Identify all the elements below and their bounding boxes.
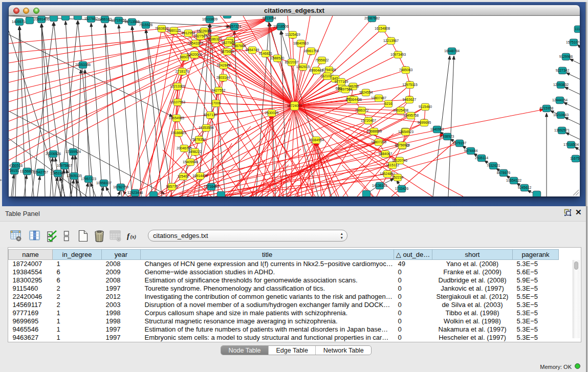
svg-text:10654122: 10654122 [506,179,521,182]
svg-text:20087682: 20087682 [364,16,380,20]
svg-text:9245612: 9245612 [518,186,532,189]
svg-text:16107553: 16107553 [170,100,185,104]
svg-text:10688609: 10688609 [366,129,382,133]
svg-text:9129966: 9129966 [559,55,573,58]
svg-text:8454749: 8454749 [246,48,259,52]
svg-text:6466160: 6466160 [98,17,112,21]
svg-text:7986372: 7986372 [355,108,369,112]
svg-text:11353594: 11353594 [199,126,214,129]
svg-text:1640953: 1640953 [430,127,444,131]
svg-text:8478676: 8478676 [497,171,511,174]
svg-text:12093832: 12093832 [553,83,569,86]
svg-text:15226058: 15226058 [197,29,212,33]
svg-text:7357224: 7357224 [228,25,242,28]
svg-text:9242848: 9242848 [217,63,231,67]
svg-text:(x): (x) [130,234,137,240]
svg-text:12505135: 12505135 [67,174,82,178]
svg-text:3498222: 3498222 [188,150,202,154]
svg-text:8186323: 8186323 [208,37,222,41]
svg-text:10975867: 10975867 [57,164,72,167]
svg-text:6794028: 6794028 [322,68,336,72]
svg-text:16782759: 16782759 [113,185,128,189]
svg-text:11325419: 11325419 [285,33,300,36]
svg-text:8938923: 8938923 [441,135,454,138]
svg-text:8912954: 8912954 [182,31,195,35]
svg-text:16210643: 16210643 [553,113,569,117]
svg-text:13654923: 13654923 [398,130,413,134]
svg-text:10958107: 10958107 [96,181,112,185]
svg-text:8215958: 8215958 [540,106,554,110]
svg-text:9463627: 9463627 [403,98,417,101]
svg-text:1733426: 1733426 [395,187,409,190]
svg-text:10756928: 10756928 [395,143,410,147]
svg-text:12923448: 12923448 [127,191,143,194]
svg-text:16961758: 16961758 [303,49,319,53]
svg-text:15716485: 15716485 [204,185,219,188]
svg-text:20691406: 20691406 [34,17,49,21]
svg-text:9227342: 9227342 [556,69,570,72]
svg-text:9474444: 9474444 [464,149,478,152]
svg-text:7955822: 7955822 [315,58,329,62]
svg-text:12942757: 12942757 [33,170,48,174]
svg-text:1112: 1112 [575,27,580,31]
svg-text:12444154: 12444154 [552,98,568,102]
svg-text:6679197: 6679197 [453,141,467,145]
svg-text:9777169: 9777169 [335,80,349,83]
svg-text:14055714: 14055714 [12,20,27,24]
svg-text:9884067: 9884067 [379,152,393,156]
svg-text:16914479: 16914479 [192,174,208,178]
svg-text:8267130: 8267130 [204,113,217,117]
svg-text:39151: 39151 [10,169,19,172]
svg-text:2718176: 2718176 [176,70,189,73]
svg-text:20364436: 20364436 [346,98,362,101]
svg-text:2935114: 2935114 [475,156,488,160]
svg-text:19654985: 19654985 [169,116,184,120]
svg-text:116753: 116753 [570,157,580,160]
svg-text:18640910: 18640910 [293,41,309,45]
svg-text:7663822: 7663822 [155,27,169,30]
svg-text:9146821: 9146821 [259,52,273,55]
svg-text:17957223: 17957223 [81,177,96,181]
svg-text:7515526: 7515526 [139,23,153,27]
svg-text:8660125: 8660125 [167,29,181,32]
svg-text:10025438: 10025438 [393,108,408,112]
svg-text:10973493: 10973493 [390,53,406,56]
svg-text:11451947: 11451947 [50,171,66,175]
svg-text:22420046: 22420046 [187,53,202,56]
svg-text:15720407: 15720407 [361,119,376,122]
svg-text:18807249: 18807249 [371,140,386,144]
svg-text:9327505: 9327505 [194,34,208,38]
svg-text:9699695: 9699695 [418,121,431,124]
svg-text:19384554: 19384554 [309,138,324,142]
svg-text:252214: 252214 [392,176,404,179]
svg-text:15751074: 15751074 [566,40,580,44]
svg-text:14136161: 14136161 [372,184,387,187]
svg-text:20046785: 20046785 [177,146,192,150]
svg-text:6216: 6216 [384,102,392,105]
svg-text:3875685: 3875685 [221,50,234,53]
svg-text:13692971: 13692971 [554,128,570,132]
svg-text:16543382: 16543382 [188,41,203,45]
svg-text:125402: 125402 [178,174,189,178]
svg-text:2530025: 2530025 [265,111,279,115]
svg-text:9115460: 9115460 [419,105,432,108]
svg-text:8322037: 8322037 [285,60,299,64]
svg-text:16648784: 16648784 [444,49,460,53]
svg-text:16033809: 16033809 [202,17,217,21]
svg-text:16154808: 16154808 [375,27,390,30]
svg-text:5878354: 5878354 [192,138,206,141]
svg-text:20206526: 20206526 [46,152,61,156]
svg-text:16713555: 16713555 [124,20,140,24]
svg-text:19218506: 19218506 [273,25,289,28]
svg-text:1588520: 1588520 [271,56,285,60]
svg-text:12213967: 12213967 [383,39,399,42]
svg-text:17016504: 17016504 [563,143,579,146]
svg-text:4350516: 4350516 [9,164,23,167]
svg-text:20053346: 20053346 [75,63,91,67]
svg-text:7485063: 7485063 [399,68,413,72]
svg-text:1362615: 1362615 [296,65,310,69]
svg-text:17359924: 17359924 [66,150,81,154]
svg-text:1615112: 1615112 [386,163,399,167]
svg-text:17006: 17006 [211,101,221,105]
svg-text:2867608: 2867608 [232,44,246,48]
